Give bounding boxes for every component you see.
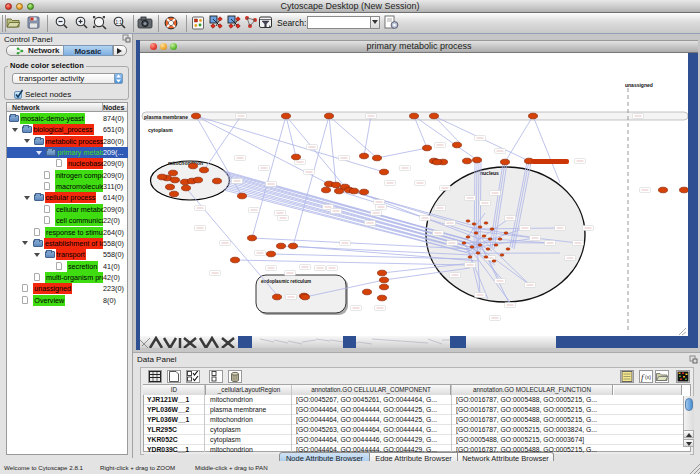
svg-text:(x): (x) [645,374,651,380]
svg-text:mitochondrion: mitochondrion [168,160,203,166]
svg-text:plasma membrane: plasma membrane [144,114,188,120]
svg-text:unassigned: unassigned [625,82,653,88]
svg-text:nucleus: nucleus [480,170,499,176]
svg-text:cytoplasm: cytoplasm [148,127,173,133]
svg-text:endoplasmic reticulum: endoplasmic reticulum [261,279,311,284]
